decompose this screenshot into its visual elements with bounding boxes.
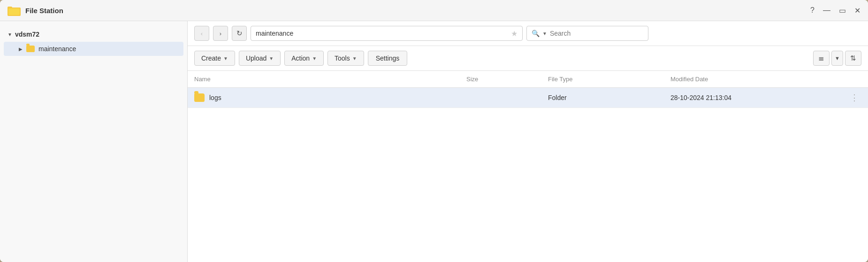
settings-label: Settings <box>376 54 400 62</box>
file-name-inner: logs <box>194 93 453 102</box>
maximize-button[interactable]: ▭ <box>839 6 846 15</box>
files-list: Name Size File Type Modified Date <box>188 71 868 108</box>
tools-label: Tools <box>335 54 350 62</box>
back-button[interactable]: ‹ <box>194 26 209 41</box>
upload-button[interactable]: Upload ▼ <box>239 51 281 66</box>
folder-icon <box>194 93 205 102</box>
app-icon <box>8 5 21 16</box>
file-name-cell: logs <box>188 88 460 108</box>
action-bar: Create ▼ Upload ▼ Action ▼ Tools ▼ Setti… <box>188 46 868 71</box>
sidebar: ▼ vdsm72 ▶ maintenance <box>0 21 188 262</box>
file-size <box>460 88 541 108</box>
view-buttons: ≣ ▼ ⇅ <box>813 51 861 66</box>
upload-caret-icon: ▼ <box>269 56 274 61</box>
create-button[interactable]: Create ▼ <box>194 51 235 66</box>
sidebar-item-maintenance[interactable]: ▶ maintenance <box>4 42 183 56</box>
navigation-toolbar: ‹ › ↻ maintenance ★ 🔍 ▼ <box>188 21 868 46</box>
forward-button[interactable]: › <box>213 26 228 41</box>
settings-button[interactable]: Settings <box>368 51 408 66</box>
table-row[interactable]: logs Folder 28-10-2024 21:13:04 ⋮ <box>188 88 868 108</box>
more-options-icon[interactable]: ⋮ <box>850 93 859 102</box>
sidebar-item-label: maintenance <box>38 45 76 53</box>
action-label: Action <box>291 54 310 62</box>
path-bar: maintenance ★ <box>251 26 523 41</box>
col-header-more <box>841 71 868 88</box>
create-label: Create <box>201 54 221 62</box>
view-dropdown-button[interactable]: ▼ <box>831 51 843 66</box>
table-header-row: Name Size File Type Modified Date <box>188 71 868 88</box>
action-button[interactable]: Action ▼ <box>284 51 324 66</box>
file-more-cell: ⋮ <box>841 88 868 108</box>
titlebar: File Station ? — ▭ ✕ <box>0 0 868 21</box>
col-header-size: Size <box>460 71 541 88</box>
content-area: ‹ › ↻ maintenance ★ 🔍 ▼ Create ▼ <box>188 21 868 262</box>
app-title: File Station <box>25 7 63 15</box>
minimize-button[interactable]: — <box>823 6 830 15</box>
help-button[interactable]: ? <box>810 6 815 15</box>
col-header-type: File Type <box>541 71 664 88</box>
titlebar-left: File Station <box>8 5 63 16</box>
svg-rect-2 <box>8 8 20 15</box>
col-header-name: Name <box>188 71 460 88</box>
file-date: 28-10-2024 21:13:04 <box>664 88 841 108</box>
folder-icon-small <box>26 46 35 52</box>
path-text: maintenance <box>256 30 293 37</box>
action-caret-icon: ▼ <box>312 56 317 61</box>
main-area: ▼ vdsm72 ▶ maintenance ‹ › ↻ maintenance… <box>0 21 868 262</box>
titlebar-controls: ? — ▭ ✕ <box>810 6 860 15</box>
sort-button[interactable]: ⇅ <box>845 51 861 66</box>
server-label: vdsm72 <box>15 31 39 38</box>
search-bar: 🔍 ▼ <box>526 26 648 41</box>
sidebar-server[interactable]: ▼ vdsm72 <box>0 28 187 41</box>
refresh-button[interactable]: ↻ <box>232 26 247 41</box>
create-caret-icon: ▼ <box>223 56 228 61</box>
file-station-window: File Station ? — ▭ ✕ ▼ vdsm72 ▶ maintena… <box>0 0 868 262</box>
tools-button[interactable]: Tools ▼ <box>327 51 364 66</box>
upload-label: Upload <box>246 54 266 62</box>
search-icon: 🔍 <box>532 30 540 37</box>
server-arrow-icon: ▼ <box>8 32 12 37</box>
tools-caret-icon: ▼ <box>352 56 357 61</box>
favorite-icon[interactable]: ★ <box>511 29 518 38</box>
close-button[interactable]: ✕ <box>854 6 860 15</box>
file-name: logs <box>209 94 221 101</box>
col-header-date: Modified Date <box>664 71 841 88</box>
folder-arrow-icon: ▶ <box>19 46 23 52</box>
search-dropdown-arrow[interactable]: ▼ <box>542 31 547 36</box>
file-table: Name Size File Type Modified Date <box>188 71 868 262</box>
search-input[interactable] <box>550 30 643 37</box>
list-view-button[interactable]: ≣ <box>813 51 830 66</box>
file-type: Folder <box>541 88 664 108</box>
